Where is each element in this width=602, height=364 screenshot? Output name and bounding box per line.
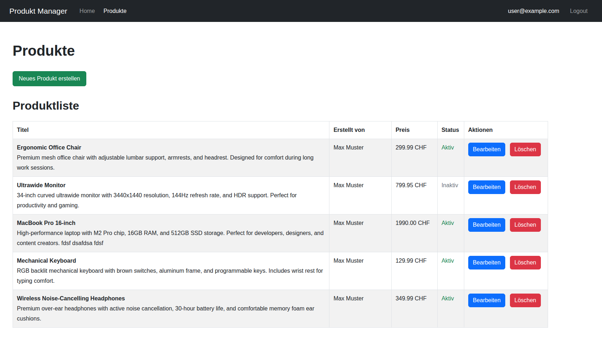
actions-cell: Bearbeiten Löschen — [464, 215, 548, 252]
status-text: Aktiv — [442, 295, 454, 301]
product-title: Wireless Noise-Cancelling Headphones — [17, 294, 325, 304]
created-by-cell: Max Muster — [329, 215, 392, 252]
price-cell: 299.99 CHF — [391, 139, 437, 177]
actions-cell: Bearbeiten Löschen — [464, 139, 548, 177]
status-cell: Aktiv — [437, 252, 464, 290]
product-table: Titel Erstellt von Preis Status Aktionen… — [13, 121, 548, 328]
edit-button[interactable]: Bearbeiten — [468, 143, 505, 156]
column-header-status: Status — [437, 121, 464, 139]
product-description: 34-inch curved ultrawide monitor with 34… — [17, 190, 325, 211]
status-cell: Aktiv — [437, 139, 464, 177]
product-title: Mechanical Keyboard — [17, 256, 325, 266]
edit-button[interactable]: Bearbeiten — [468, 180, 505, 194]
product-list-heading: Produktliste — [13, 99, 548, 112]
actions-cell: Bearbeiten Löschen — [464, 290, 548, 328]
status-cell: Inaktiv — [437, 177, 464, 215]
price-cell: 349.99 CHF — [391, 290, 437, 328]
title-cell: MacBook Pro 16-inch High-performance lap… — [13, 215, 329, 252]
delete-button[interactable]: Löschen — [510, 294, 541, 307]
nav-link-produkte[interactable]: Produkte — [104, 8, 127, 14]
created-by-cell: Max Muster — [329, 290, 392, 328]
product-row: Mechanical Keyboard RGB backlit mechanic… — [13, 252, 548, 290]
navbar-right: user@example.com Logout — [508, 8, 588, 14]
main-content: Produkte Neues Produkt erstellen Produkt… — [0, 22, 602, 349]
user-email: user@example.com — [508, 8, 560, 14]
column-header-preis: Preis — [391, 121, 437, 139]
delete-button[interactable]: Löschen — [510, 256, 541, 269]
product-title: MacBook Pro 16-inch — [17, 218, 325, 228]
title-cell: Wireless Noise-Cancelling Headphones Pre… — [13, 290, 329, 328]
delete-button[interactable]: Löschen — [510, 180, 541, 194]
product-title: Ergonomic Office Chair — [17, 143, 325, 153]
status-text: Aktiv — [442, 258, 454, 264]
product-row: Ergonomic Office Chair Premium mesh offi… — [13, 139, 548, 177]
product-description: High-performance laptop with M2 Pro chip… — [17, 228, 325, 248]
status-cell: Aktiv — [437, 290, 464, 328]
delete-button[interactable]: Löschen — [510, 218, 541, 232]
product-row: Wireless Noise-Cancelling Headphones Pre… — [13, 290, 548, 328]
edit-button[interactable]: Bearbeiten — [468, 256, 505, 269]
status-cell: Aktiv — [437, 215, 464, 252]
edit-button[interactable]: Bearbeiten — [468, 218, 505, 232]
product-description: RGB backlit mechanical keyboard with bro… — [17, 266, 325, 286]
price-cell: 129.99 CHF — [391, 252, 437, 290]
price-cell: 1990.00 CHF — [391, 215, 437, 252]
page-title: Produkte — [13, 43, 548, 59]
product-description: Premium over-ear headphones with active … — [17, 304, 325, 324]
navbar-brand[interactable]: Produkt Manager — [9, 7, 67, 15]
created-by-cell: Max Muster — [329, 252, 392, 290]
product-description: Premium mesh office chair with adjustabl… — [17, 153, 325, 173]
column-header-aktionen: Aktionen — [464, 121, 548, 139]
created-by-cell: Max Muster — [329, 139, 392, 177]
title-cell: Ultrawide Monitor 34-inch curved ultrawi… — [13, 177, 329, 215]
header-row: Titel Erstellt von Preis Status Aktionen — [13, 121, 548, 139]
product-row: Ultrawide Monitor 34-inch curved ultrawi… — [13, 177, 548, 215]
product-table-body: Ergonomic Office Chair Premium mesh offi… — [13, 139, 548, 328]
status-text: Aktiv — [442, 144, 454, 151]
product-table-head: Titel Erstellt von Preis Status Aktionen — [13, 121, 548, 139]
create-product-button[interactable]: Neues Produkt erstellen — [13, 71, 86, 86]
price-cell: 799.95 CHF — [391, 177, 437, 215]
status-text: Aktiv — [442, 220, 454, 226]
edit-button[interactable]: Bearbeiten — [468, 294, 505, 307]
nav-link-home[interactable]: Home — [79, 8, 95, 14]
logout-link[interactable]: Logout — [570, 8, 588, 14]
navbar-links: Home Produkte — [79, 8, 127, 14]
product-title: Ultrawide Monitor — [17, 180, 325, 190]
actions-cell: Bearbeiten Löschen — [464, 177, 548, 215]
title-cell: Ergonomic Office Chair Premium mesh offi… — [13, 139, 329, 177]
created-by-cell: Max Muster — [329, 177, 392, 215]
status-text: Inaktiv — [442, 182, 458, 188]
title-cell: Mechanical Keyboard RGB backlit mechanic… — [13, 252, 329, 290]
column-header-titel: Titel — [13, 121, 329, 139]
product-row: MacBook Pro 16-inch High-performance lap… — [13, 215, 548, 252]
actions-cell: Bearbeiten Löschen — [464, 252, 548, 290]
delete-button[interactable]: Löschen — [510, 143, 541, 156]
navbar: Produkt Manager Home Produkte user@examp… — [0, 0, 602, 22]
column-header-erstellt-von: Erstellt von — [329, 121, 392, 139]
